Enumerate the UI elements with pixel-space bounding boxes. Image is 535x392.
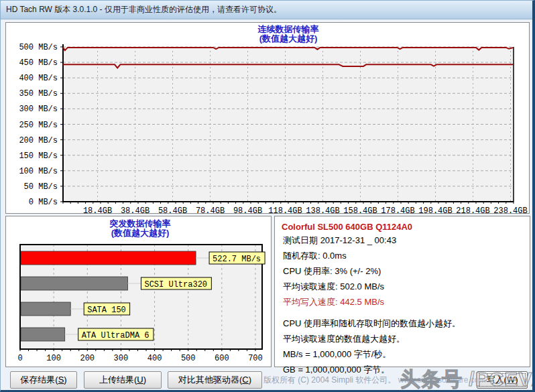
note-cpu-random: CPU 使用率和随机存取时间的数值越小越好。 [283, 318, 523, 330]
random-access-value: 0.0ms [322, 251, 346, 261]
svg-text:158.4GB: 158.4GB [343, 206, 377, 213]
svg-text:500: 500 [181, 354, 196, 363]
copyright-notice: 版权所有 (C) 2004 Simpli 软件公司。 www.simplisof… [263, 375, 485, 386]
window-title: HD Tach RW 版本 3.0.1.0 - 仅用于非商业性质的评估使用，请查… [6, 4, 282, 15]
svg-text:400 MB/s: 400 MB/s [19, 74, 58, 83]
svg-text:38.4GB: 38.4GB [121, 206, 150, 213]
compare-other-drives-button[interactable]: 对比其他驱动器(C) [168, 371, 262, 389]
svg-text:522.7 MB/s: 522.7 MB/s [213, 255, 261, 264]
cpu-usage-row: CPU 使用率: 3% (+/- 2%) [283, 265, 523, 277]
save-results-button[interactable]: 保存结果(S) [10, 371, 77, 389]
avg-write-value: 442.5 MB/s [340, 297, 384, 307]
random-access-label: 随机存取: [283, 251, 320, 261]
cpu-usage-label: CPU 使用率: [283, 266, 333, 276]
svg-text:100: 100 [46, 354, 61, 363]
svg-text:500 MB/s: 500 MB/s [19, 43, 58, 52]
test-date-label: 测试日期 [283, 235, 318, 245]
note-avg-read: 平均读取速度的数值越大越好。 [283, 333, 523, 345]
test-date-value: 2017-12-31 _ 00:43 [320, 235, 396, 245]
svg-text:198.4GB: 198.4GB [418, 206, 452, 213]
info-notes: CPU 使用率和随机存取时间的数值越小越好。 平均读取速度的数值越大越好。 MB… [282, 318, 523, 376]
info-panel: Colorful SL500 640GB Q1124A0 测试日期 2017-1… [274, 216, 530, 367]
svg-text:250 MB/s: 250 MB/s [19, 121, 58, 130]
window-titlebar[interactable]: HD Tach RW 版本 3.0.1.0 - 仅用于非商业性质的评估使用，请查… [1, 1, 532, 19]
app-window: HD Tach RW 版本 3.0.1.0 - 仅用于非商业性质的评估使用，请查… [0, 0, 535, 392]
svg-text:SATA 150: SATA 150 [87, 306, 126, 315]
svg-text:200: 200 [80, 354, 95, 363]
svg-text:100 MB/s: 100 MB/s [19, 167, 58, 176]
svg-text:300 MB/s: 300 MB/s [19, 105, 58, 114]
avg-write-label: 平均写入速度: [283, 297, 338, 307]
svg-text:98.4GB: 98.4GB [233, 206, 262, 213]
burst-transfer-bar-chart: 522.7 MB/sSCSI Ultra320SATA 150ATA Ultra… [6, 216, 271, 367]
svg-text:150 MB/s: 150 MB/s [19, 151, 58, 161]
svg-text:218.4GB: 218.4GB [456, 206, 489, 213]
avg-read-value: 502.0 MB/s [340, 281, 384, 291]
svg-text:400: 400 [147, 354, 162, 363]
svg-text:178.4GB: 178.4GB [381, 206, 414, 213]
note-mbs-definition: MB/s = 1,000,000 字节/秒。 [283, 348, 523, 361]
svg-text:0: 0 [17, 354, 22, 363]
svg-text:450 MB/s: 450 MB/s [19, 58, 58, 68]
svg-text:350 MB/s: 350 MB/s [19, 89, 58, 99]
sequential-transfer-line-chart: 0 MB/s50 MB/s100 MB/s150 MB/s200 MB/s250… [6, 23, 529, 213]
upload-results-button[interactable]: 上传结果(U) [84, 371, 162, 389]
svg-text:200 MB/s: 200 MB/s [19, 136, 58, 145]
svg-text:138.4GB: 138.4GB [306, 206, 339, 213]
test-date-row: 测试日期 2017-12-31 _ 00:43 [283, 235, 523, 247]
svg-text:300: 300 [114, 354, 129, 363]
svg-text:600: 600 [215, 354, 229, 363]
svg-text:78.4GB: 78.4GB [196, 206, 225, 213]
svg-text:ATA UltraDMA 6: ATA UltraDMA 6 [82, 331, 150, 340]
vendor-website-link[interactable]: www.simplisoftware.com [398, 375, 486, 385]
svg-text:18.4GB: 18.4GB [83, 206, 112, 213]
burst-chart-panel: 突发数据传输率 (数值越大越好) 522.7 MB/sSCSI Ultra320… [5, 216, 272, 367]
drive-title: Colorful SL500 640GB Q1124A0 [282, 222, 523, 232]
svg-text:700: 700 [248, 354, 263, 363]
svg-text:SCSI Ultra320: SCSI Ultra320 [144, 280, 207, 289]
avg-write-row: 平均写入速度: 442.5 MB/s [283, 296, 523, 308]
cpu-usage-value: 3% (+/- 2%) [335, 266, 381, 276]
sequential-chart-panel: 连续数据传输率 (数值越大越好) 0 MB/s50 MB/s100 MB/s15… [5, 22, 530, 214]
svg-text:238.4GB: 238.4GB [493, 206, 527, 213]
avg-read-label: 平均读取速度: [283, 281, 338, 291]
svg-text:0 MB/s: 0 MB/s [29, 198, 58, 207]
svg-text:50 MB/s: 50 MB/s [24, 182, 58, 192]
random-access-row: 随机存取: 0.0ms [283, 250, 523, 262]
svg-text:118.4GB: 118.4GB [268, 206, 302, 213]
svg-text:58.4GB: 58.4GB [158, 206, 187, 213]
avg-read-row: 平均读取速度: 502.0 MB/s [283, 281, 523, 293]
